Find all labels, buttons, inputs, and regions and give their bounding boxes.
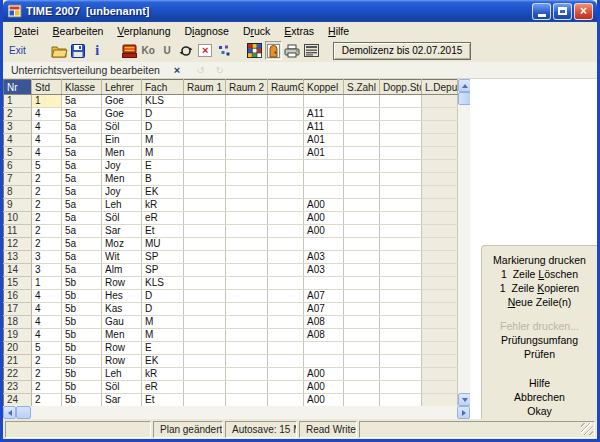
grid-cell[interactable]: A01 [304,134,344,147]
grid-cell[interactable] [422,212,458,225]
row-number-cell[interactable]: 11 [4,225,32,238]
grid-cell[interactable]: Söl [102,381,142,394]
save-button[interactable] [70,41,87,60]
grid-cell[interactable]: 5b [62,355,102,368]
grid-cell[interactable] [226,121,268,134]
grid-cell[interactable] [184,108,226,121]
row-number-cell[interactable]: 4 [4,134,32,147]
grid-cell[interactable] [344,108,380,121]
grid-cell[interactable] [268,186,304,199]
grid-cell[interactable]: EK [142,186,184,199]
grid-cell[interactable]: 3 [32,264,62,277]
menu-item-druck[interactable]: Druck [236,24,277,38]
menu-item-extras[interactable]: Extras [277,24,321,38]
grid-cell[interactable] [184,251,226,264]
check-button[interactable] [216,41,233,60]
grid-cell[interactable]: 5b [62,277,102,290]
grid-cell[interactable] [422,225,458,238]
grid-cell[interactable] [422,186,458,199]
grid-cell[interactable]: KLS [142,277,184,290]
menu-item-diagnose[interactable]: Diagnose [178,24,236,38]
panel-button-prüfen[interactable]: Prüfen [482,348,597,361]
horizontal-scroll-thumb[interactable] [16,406,31,419]
grid-cell[interactable]: 2 [32,212,62,225]
panel-button-neue-zeile-n[interactable]: Neue Zeile(n) [482,296,597,309]
grid-cell[interactable]: A08 [304,316,344,329]
row-number-cell[interactable]: 19 [4,329,32,342]
grid-cell[interactable] [344,147,380,160]
grid-cell[interactable]: 2 [32,368,62,381]
grid-cell[interactable] [268,134,304,147]
grid-cell[interactable] [380,316,422,329]
menu-item-datei[interactable]: Datei [7,24,46,38]
column-header-fach[interactable]: Fach [142,80,184,95]
grid-cell[interactable]: M [142,316,184,329]
grid-cell[interactable]: Gau [102,316,142,329]
grid-cell[interactable] [268,368,304,381]
row-number-cell[interactable]: 9 [4,199,32,212]
grid-cell[interactable] [268,342,304,355]
grid-cell[interactable]: 5b [62,381,102,394]
grid-cell[interactable] [344,95,380,108]
grid-cell[interactable] [184,147,226,160]
menu-item-verplanung[interactable]: Verplanung [110,24,177,38]
grid-cell[interactable] [380,199,422,212]
info-button[interactable]: i [89,41,106,60]
grid-cell[interactable] [344,160,380,173]
grid-cell[interactable] [226,290,268,303]
grid-cell[interactable] [344,394,380,407]
grid-cell[interactable] [422,238,458,251]
close-button[interactable]: × [574,3,593,20]
grid-cell[interactable] [380,225,422,238]
grid-cell[interactable] [184,329,226,342]
maximize-button[interactable] [553,3,572,20]
row-number-cell[interactable]: 18 [4,316,32,329]
grid-cell[interactable]: KLS [142,95,184,108]
grid-cell[interactable] [268,121,304,134]
grid-cell[interactable] [380,381,422,394]
grid-cell[interactable]: Men [102,147,142,160]
grid-cell[interactable] [380,251,422,264]
row-number-cell[interactable]: 20 [4,342,32,355]
column-header-nr[interactable]: Nr [4,80,32,95]
grid-cell[interactable] [344,355,380,368]
row-number-cell[interactable]: 3 [4,121,32,134]
grid-cell[interactable]: D [142,290,184,303]
grid-cell[interactable] [226,355,268,368]
grid-cell[interactable]: Goe [102,95,142,108]
grid-cell[interactable]: 5a [62,251,102,264]
grid-cell[interactable] [344,199,380,212]
grid-cell[interactable]: 5a [62,238,102,251]
grid-cell[interactable] [184,342,226,355]
grid-cell[interactable] [344,173,380,186]
grid-cell[interactable]: 2 [32,173,62,186]
menu-item-hilfe[interactable]: Hilfe [321,24,356,38]
grid-cell[interactable] [226,108,268,121]
grid-cell[interactable] [184,394,226,407]
grid-cell[interactable]: 5a [62,108,102,121]
grid-cell[interactable]: kR [142,368,184,381]
grid-cell[interactable] [380,368,422,381]
grid-cell[interactable] [268,290,304,303]
grid-cell[interactable] [184,355,226,368]
grid-cell[interactable]: A07 [304,303,344,316]
grid-cell[interactable]: Sar [102,394,142,407]
grid-cell[interactable] [380,108,422,121]
grid-cell[interactable]: Goe [102,108,142,121]
row-number-cell[interactable]: 5 [4,147,32,160]
grid-cell[interactable] [380,329,422,342]
grid-cell[interactable] [422,381,458,394]
u-button[interactable]: U [159,41,176,60]
grid-cell[interactable]: SP [142,264,184,277]
grid-cell[interactable] [184,381,226,394]
grid-cell[interactable]: 5b [62,316,102,329]
grid-cell[interactable] [184,134,226,147]
horizontal-scrollbar[interactable] [3,406,470,419]
grid-cell[interactable] [226,238,268,251]
grid-cell[interactable] [422,355,458,368]
grid-cell[interactable] [380,394,422,407]
grid-cell[interactable] [380,264,422,277]
grid-cell[interactable] [226,160,268,173]
grid-cell[interactable] [268,381,304,394]
grid-cell[interactable] [268,238,304,251]
